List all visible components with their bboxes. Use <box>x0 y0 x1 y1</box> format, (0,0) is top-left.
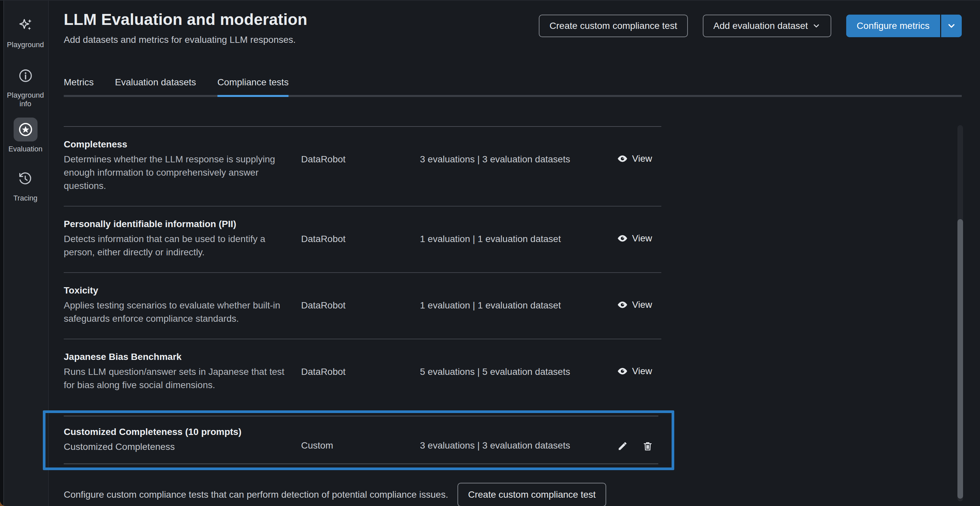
page-subtitle: Add datasets and metrics for evaluating … <box>64 35 307 45</box>
row-name: Customized Completeness (10 prompts) <box>64 426 301 438</box>
configure-metrics-button[interactable]: Configure metrics <box>846 14 941 37</box>
tab-compliance-tests[interactable]: Compliance tests <box>218 77 289 97</box>
sidebar-nav: Playground Playground info <box>0 1 48 202</box>
row-stats: 5 evaluations | 5 evaluation datasets <box>420 366 617 392</box>
page-header: LLM Evaluation and moderation Add datase… <box>64 10 962 45</box>
sidebar-item-label: Evaluation <box>8 145 43 153</box>
row-description: Detects information that can be used to … <box>64 232 290 259</box>
chevron-down-icon <box>947 21 956 31</box>
sidebar-item-evaluation[interactable]: Evaluation <box>8 118 43 153</box>
sidebar-item-label: Playground info <box>4 91 47 108</box>
row-name: Completeness <box>64 138 301 151</box>
delete-icon <box>642 441 653 452</box>
header-actions: Create custom compliance test Add evalua… <box>539 14 962 37</box>
row-source: DataRobot <box>301 300 420 325</box>
row-description: Determines whether the LLM response is s… <box>64 153 290 193</box>
create-custom-compliance-test-button[interactable]: Create custom compliance test <box>539 14 687 37</box>
delete-button[interactable] <box>642 441 653 452</box>
row-description: Runs LLM question/answer sets in Japanes… <box>64 365 290 392</box>
sparkles-icon <box>14 13 38 37</box>
tab-metrics[interactable]: Metrics <box>64 77 94 97</box>
tab-bar: Metrics Evaluation datasets Compliance t… <box>64 77 962 97</box>
table-row-selected: Customized Completeness (10 prompts) Cus… <box>64 416 658 463</box>
sidebar-item-label: Playground <box>7 40 44 49</box>
edit-icon <box>617 441 628 452</box>
app-window: Playground Playground info <box>0 0 980 506</box>
table-row: Completeness Determines whether the LLM … <box>64 127 962 206</box>
sidebar-item-label: Tracing <box>13 194 38 202</box>
compliance-tests-table: Completeness Determines whether the LLM … <box>64 126 962 470</box>
sidebar-item-playground-info[interactable]: Playground info <box>4 64 47 108</box>
star-circle-icon <box>14 118 38 142</box>
configure-metrics-dropdown-button[interactable] <box>941 14 962 37</box>
view-button[interactable]: View <box>617 364 652 379</box>
row-divider <box>64 463 658 464</box>
row-source: DataRobot <box>301 234 420 259</box>
sidebar: Playground Playground info <box>0 1 49 506</box>
eye-icon <box>617 153 628 164</box>
table-footer: Configure custom compliance tests that c… <box>64 483 962 506</box>
history-icon <box>13 167 37 191</box>
page-header-text: LLM Evaluation and moderation Add datase… <box>64 10 307 45</box>
footer-text: Configure custom compliance tests that c… <box>64 489 448 500</box>
eye-icon <box>617 233 628 244</box>
vertical-scrollbar[interactable] <box>958 125 963 501</box>
row-source: Custom <box>301 440 420 453</box>
table-row: Japanese Bias Benchmark Runs LLM questio… <box>64 339 962 405</box>
chevron-down-icon <box>812 22 821 30</box>
table-row: Personally identifiable information (PII… <box>64 207 962 272</box>
row-stats: 3 evaluations | 3 evaluation datasets <box>420 440 617 453</box>
row-stats: 3 evaluations | 3 evaluation datasets <box>420 154 617 193</box>
selected-row-highlight: Customized Completeness (10 prompts) Cus… <box>43 411 674 470</box>
configure-metrics-split-button: Configure metrics <box>846 14 962 37</box>
table-row: Toxicity Applies testing scenarios to ev… <box>64 273 962 339</box>
row-name: Personally identifiable information (PII… <box>64 218 301 231</box>
row-source: DataRobot <box>301 366 420 392</box>
row-stats: 1 evaluation | 1 evaluation dataset <box>420 300 617 325</box>
row-stats: 1 evaluation | 1 evaluation dataset <box>420 234 617 259</box>
view-button[interactable]: View <box>617 231 652 246</box>
sidebar-item-playground[interactable]: Playground <box>7 13 44 49</box>
info-icon <box>14 64 38 88</box>
add-evaluation-dataset-button[interactable]: Add evaluation dataset <box>703 14 831 37</box>
row-description: Applies testing scenarios to evaluate wh… <box>64 299 290 325</box>
edit-button[interactable] <box>617 441 628 452</box>
row-source: DataRobot <box>301 154 420 193</box>
page-title: LLM Evaluation and moderation <box>64 10 307 29</box>
view-button[interactable]: View <box>617 298 652 312</box>
row-name: Japanese Bias Benchmark <box>64 351 301 363</box>
eye-icon <box>617 299 628 310</box>
view-button[interactable]: View <box>617 151 652 166</box>
scrollbar-thumb[interactable] <box>958 219 963 499</box>
main-panel: LLM Evaluation and moderation Add datase… <box>49 1 980 506</box>
row-description: Customized Completeness <box>64 440 290 453</box>
tab-evaluation-datasets[interactable]: Evaluation datasets <box>115 77 196 97</box>
row-name: Toxicity <box>64 284 301 297</box>
eye-icon <box>617 366 628 377</box>
create-custom-compliance-test-footer-button[interactable]: Create custom compliance test <box>457 483 606 506</box>
sidebar-item-tracing[interactable]: Tracing <box>13 167 38 202</box>
